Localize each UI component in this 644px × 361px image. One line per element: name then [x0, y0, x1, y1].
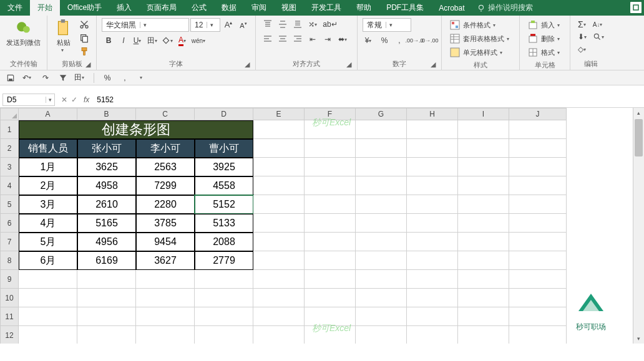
send-to-wechat-button[interactable]: 发送到微信 [4, 17, 43, 50]
qat-save-button[interactable] [4, 72, 17, 84]
cell[interactable] [253, 233, 305, 251]
orientation-button[interactable]: ⤮▾ [306, 18, 322, 31]
autosum-button[interactable]: Σ▾ [575, 18, 591, 31]
format-as-table-button[interactable]: 套用表格格式▾ [447, 32, 514, 46]
tab-pdf-tools[interactable]: PDF工具集 [379, 0, 431, 16]
cell[interactable]: 4月 [19, 214, 77, 233]
cell[interactable] [407, 139, 458, 158]
sort-filter-button[interactable]: A↓▾ [592, 18, 606, 31]
cell[interactable] [356, 233, 407, 251]
cell[interactable] [509, 270, 567, 289]
row-header[interactable]: 5 [0, 195, 19, 214]
row-header[interactable]: 10 [0, 289, 19, 307]
cell[interactable]: 6169 [77, 251, 136, 270]
percent-format-button[interactable]: % [378, 34, 391, 47]
row-header[interactable]: 11 [0, 307, 19, 326]
row-header[interactable]: 12 [0, 326, 19, 344]
decrease-font-button[interactable]: A▾ [237, 19, 250, 31]
cell[interactable] [253, 120, 305, 139]
cell[interactable] [458, 251, 509, 270]
cell[interactable] [19, 307, 77, 326]
formula-input[interactable]: 5152 [94, 95, 644, 104]
cell[interactable]: 5月 [19, 233, 77, 251]
align-left-button[interactable] [261, 33, 275, 46]
cell[interactable] [19, 289, 77, 307]
cell[interactable] [136, 326, 195, 344]
tab-home[interactable]: 开始 [30, 0, 60, 16]
cell[interactable] [253, 270, 305, 289]
cell[interactable] [356, 120, 407, 139]
column-header[interactable]: E [253, 108, 305, 120]
row-header[interactable]: 4 [0, 176, 19, 195]
cell[interactable]: 2610 [77, 195, 136, 214]
cell[interactable] [253, 307, 305, 326]
comma-format-button[interactable]: , [393, 34, 406, 47]
cell[interactable] [195, 326, 253, 344]
column-header[interactable]: A [19, 108, 77, 120]
qat-undo-button[interactable]: ↶▾ [21, 72, 35, 84]
delete-cells-button[interactable]: 删除▾ [525, 32, 565, 46]
cell[interactable] [458, 120, 509, 139]
enter-formula-button[interactable]: ✓ [71, 95, 77, 104]
tab-insert[interactable]: 插入 [109, 0, 139, 16]
cell[interactable] [253, 251, 305, 270]
cell[interactable]: 3625 [77, 158, 136, 176]
align-bottom-button[interactable] [291, 18, 305, 31]
cell[interactable] [305, 233, 356, 251]
cell[interactable]: 4558 [195, 176, 253, 195]
cell[interactable] [509, 139, 567, 158]
tab-office-assistant[interactable]: Office助手 [60, 0, 109, 16]
cell[interactable] [407, 195, 458, 214]
phonetic-button[interactable]: wén▾ [192, 34, 205, 47]
clear-button[interactable]: ◇▾ [575, 43, 591, 55]
cell[interactable] [305, 195, 356, 214]
cell[interactable]: 1月 [19, 158, 77, 176]
cell[interactable] [407, 251, 458, 270]
cell[interactable]: 3785 [136, 214, 195, 233]
cell[interactable]: 7299 [136, 176, 195, 195]
cell[interactable] [509, 120, 567, 139]
cell[interactable] [195, 270, 253, 289]
cell[interactable] [356, 214, 407, 233]
qat-redo-button[interactable]: ↷ [39, 72, 52, 84]
align-middle-button[interactable] [276, 18, 290, 31]
cell[interactable] [19, 270, 77, 289]
increase-indent-button[interactable]: ⇥ [321, 33, 334, 46]
cell[interactable] [253, 214, 305, 233]
cell[interactable]: 创建条形图 [19, 120, 253, 139]
cell[interactable] [356, 195, 407, 214]
cell-styles-button[interactable]: 单元格样式▾ [447, 46, 514, 59]
cell[interactable]: 张小可 [77, 139, 136, 158]
column-header[interactable]: J [509, 108, 567, 120]
cell[interactable]: 6月 [19, 251, 77, 270]
cell[interactable] [253, 139, 305, 158]
cell[interactable]: 3925 [195, 158, 253, 176]
qat-comma-button[interactable]: , [118, 72, 132, 84]
cancel-formula-button[interactable]: ✕ [61, 95, 67, 104]
align-center-button[interactable] [276, 33, 290, 46]
row-header[interactable]: 9 [0, 270, 19, 289]
cell[interactable] [195, 307, 253, 326]
tab-view[interactable]: 视图 [274, 0, 304, 16]
cell[interactable] [458, 176, 509, 195]
cell[interactable]: 4958 [77, 176, 136, 195]
cell[interactable] [253, 326, 305, 344]
tab-page-layout[interactable]: 页面布局 [139, 0, 184, 16]
cell[interactable] [253, 176, 305, 195]
cell[interactable] [458, 307, 509, 326]
cell[interactable]: 3627 [136, 251, 195, 270]
find-select-button[interactable]: ▾ [593, 31, 607, 43]
row-header[interactable]: 8 [0, 251, 19, 270]
column-header[interactable]: I [458, 108, 509, 120]
row-header[interactable]: 7 [0, 233, 19, 251]
decrease-decimal-button[interactable]: .0→.00 [422, 34, 436, 47]
column-header[interactable]: C [136, 108, 195, 120]
cell[interactable]: 3月 [19, 195, 77, 214]
align-right-button[interactable] [291, 33, 305, 46]
fx-button[interactable]: fx [84, 95, 89, 104]
tab-help[interactable]: 帮助 [349, 0, 379, 16]
cell[interactable] [509, 233, 567, 251]
row-header[interactable]: 6 [0, 214, 19, 233]
cell[interactable]: 5133 [195, 214, 253, 233]
cell[interactable] [77, 270, 136, 289]
